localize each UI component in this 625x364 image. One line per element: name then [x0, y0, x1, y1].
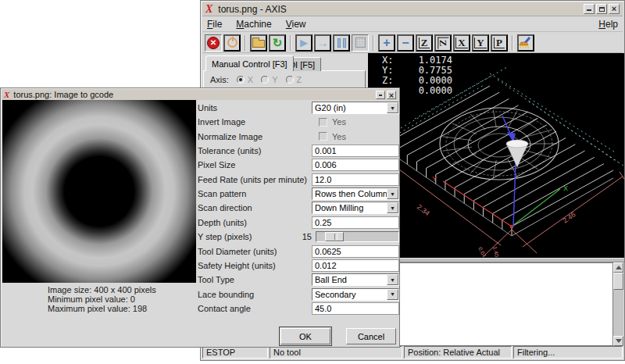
zoom-out-button[interactable]: −	[397, 34, 414, 52]
scrollbar-thumb[interactable]	[613, 273, 623, 290]
view-perspective-icon: P	[494, 37, 505, 48]
field-row-tool-type: Tool TypeBall End▼	[198, 273, 399, 287]
field-row-invert-image: Invert ImageYes	[198, 115, 399, 129]
tool-diameter-label: Tool Diameter (units)	[198, 247, 312, 256]
zoom-out-icon: −	[402, 37, 409, 48]
gcode-listing[interactable]	[368, 262, 613, 346]
field-row-scan-direction: Scan directionDown Milling▼	[198, 201, 399, 215]
view-z-rotated-button[interactable]: Z	[434, 34, 452, 52]
pause-button[interactable]	[333, 34, 350, 52]
axis-radio-x[interactable]: X	[237, 75, 253, 84]
axis-radio-y[interactable]: Y	[261, 75, 277, 84]
y-step-slider-track[interactable]	[316, 231, 399, 242]
reload-button[interactable]: ↻	[269, 34, 286, 52]
estop-icon: ✕	[207, 37, 220, 49]
tool-type-combobox[interactable]: Ball End▼	[312, 273, 399, 286]
tool-type-value: Ball End	[312, 275, 387, 284]
combo-arrow-icon[interactable]: ▼	[387, 274, 398, 285]
contact-angle-label: Contact angle	[198, 304, 312, 313]
axis-titlebar[interactable]: X torus.png - AXIS ×	[202, 2, 623, 16]
tab-manual-control[interactable]: Manual Control [F3]	[205, 55, 294, 71]
field-row-feed-rate: Feed Rate (units per minute)	[198, 173, 399, 187]
safety-height-input[interactable]	[312, 259, 399, 272]
radio-icon	[261, 76, 269, 84]
desktop: X torus.png - AXIS × FileMachineView Hel…	[0, 0, 625, 364]
pixel-size-input[interactable]	[312, 159, 399, 171]
scan-direction-value: Down Milling	[312, 203, 387, 212]
zoom-in-button[interactable]: +	[378, 34, 395, 52]
combo-arrow-icon[interactable]: ▼	[387, 102, 398, 113]
open-file-button[interactable]	[250, 34, 267, 52]
checkbox-icon[interactable]	[319, 118, 327, 127]
menu-view[interactable]: View	[286, 19, 306, 30]
machine-power-button[interactable]	[223, 34, 241, 52]
view-x-icon: X	[455, 37, 467, 48]
field-row-y-step: Y step (pixels)15	[198, 230, 399, 244]
y-step-label: Y step (pixels)	[198, 232, 312, 241]
depth-input[interactable]	[312, 216, 399, 229]
preview-pane[interactable]: 2.34 2.46 0.04 1.40 X Y X:1.0174	[368, 53, 624, 258]
toolbar-separator	[245, 35, 246, 51]
y-step-slider-handle[interactable]	[325, 232, 344, 241]
dimension-label-small-2: 1.40	[492, 246, 500, 258]
checkbox-icon[interactable]	[319, 132, 327, 141]
menu-file[interactable]: File	[207, 19, 222, 30]
gcode-scrollbar[interactable]	[613, 262, 623, 346]
menu-machine[interactable]: Machine	[236, 19, 271, 30]
depth-label: Depth (units)	[198, 218, 312, 227]
dialog-form: UnitsG20 (in)▼Invert ImageYesNormalize I…	[1, 88, 401, 348]
scan-pattern-combobox[interactable]: Rows then Columns▼	[312, 187, 399, 200]
field-row-units: UnitsG20 (in)▼	[198, 101, 399, 115]
menu-help[interactable]: Help	[598, 19, 618, 30]
tool-diameter-input[interactable]	[312, 245, 399, 258]
y-step-scale: 15	[298, 231, 399, 242]
feed-rate-input[interactable]	[312, 173, 399, 186]
axis-app-icon: X	[205, 5, 212, 14]
clear-plot-button[interactable]	[517, 34, 534, 52]
brush-icon	[519, 37, 533, 49]
reload-icon: ↻	[273, 37, 283, 48]
units-combobox[interactable]: G20 (in)▼	[312, 102, 399, 114]
invert-image-label: Invert Image	[198, 117, 312, 127]
axis-radio-z[interactable]: Z	[286, 75, 302, 84]
minimize-button[interactable]	[584, 4, 595, 14]
invert-image-checkbox[interactable]: Yes	[319, 117, 346, 127]
cancel-button[interactable]: Cancel	[346, 328, 396, 344]
normalize-image-checkbox[interactable]: Yes	[319, 132, 346, 141]
view-z-button[interactable]: Z	[416, 34, 433, 52]
stop-button[interactable]	[352, 34, 369, 52]
view-z-icon: Z	[419, 37, 430, 48]
status-activity: Filtering...	[513, 346, 623, 359]
step-button[interactable]: →	[314, 34, 331, 52]
scroll-up-icon[interactable]	[613, 262, 623, 273]
lace-bounding-value: Secondary	[312, 290, 387, 299]
estop-button[interactable]: ✕	[205, 34, 222, 52]
view-y-button[interactable]: Y	[472, 34, 489, 52]
run-button[interactable]: ▶	[295, 34, 312, 52]
toolbar-separator	[290, 35, 291, 51]
combo-arrow-icon[interactable]: ▼	[387, 188, 398, 199]
lace-bounding-combobox[interactable]: Secondary▼	[312, 288, 399, 301]
y-step-value: 15	[298, 232, 312, 241]
scroll-down-icon[interactable]	[613, 336, 623, 346]
axis-window-title: torus.png - AXIS	[218, 4, 286, 15]
scan-direction-combobox[interactable]: Down Milling▼	[312, 202, 399, 214]
contact-angle-input[interactable]	[312, 302, 399, 315]
image-to-gcode-dialog: X torus.png: Image to gcode × Image size…	[0, 87, 400, 348]
view-perspective-button[interactable]: P	[491, 34, 508, 52]
maximize-button[interactable]	[596, 4, 607, 14]
field-row-tool-diameter: Tool Diameter (units)	[198, 244, 399, 259]
zoom-in-icon: +	[383, 37, 390, 48]
pixel-size-label: Pixel Size	[198, 160, 312, 170]
combo-arrow-icon[interactable]: ▼	[387, 202, 398, 213]
close-button[interactable]: ×	[609, 4, 620, 14]
tolerance-input[interactable]	[312, 145, 399, 157]
field-row-scan-pattern: Scan patternRows then Columns▼	[198, 187, 399, 201]
ok-button[interactable]: OK	[280, 328, 330, 344]
axis-label: Axis:	[210, 75, 229, 84]
field-row-depth: Depth (units)	[198, 216, 399, 230]
view-x-button[interactable]: X	[453, 34, 470, 52]
dimension-label-small-1: 0.04	[477, 246, 488, 258]
tolerance-label: Tolerance (units)	[198, 146, 312, 155]
combo-arrow-icon[interactable]: ▼	[387, 289, 398, 300]
